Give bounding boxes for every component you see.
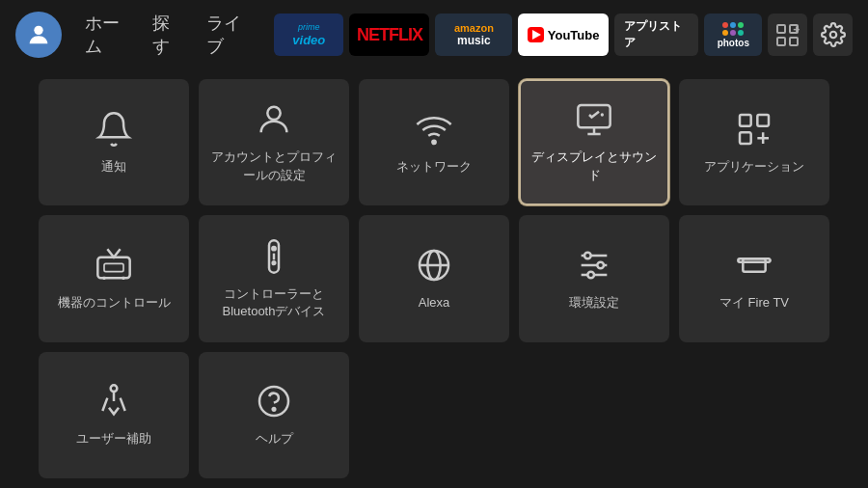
fire-tv-icon [735, 246, 773, 285]
tile-network-label: ネットワーク [396, 158, 472, 176]
help-icon [255, 382, 293, 420]
app-appstore[interactable]: アプリストア [614, 14, 698, 56]
svg-point-3 [432, 140, 435, 143]
tile-my-fire-tv-label: マイ Fire TV [719, 294, 789, 312]
tile-controller-label: コントローラーとBluetoothデバイス [208, 285, 339, 320]
svg-rect-5 [740, 115, 751, 126]
app-youtube[interactable]: YouTube [518, 14, 609, 56]
svg-point-0 [34, 26, 42, 35]
tile-help[interactable]: ヘルプ [199, 352, 349, 478]
app-prime-video[interactable]: prime video [274, 14, 343, 56]
app-netflix[interactable]: NETFLIX [349, 14, 429, 56]
empty-cell-1 [359, 352, 509, 478]
svg-rect-8 [97, 258, 129, 279]
tile-notifications-label: 通知 [101, 158, 126, 176]
empty-cell-2 [519, 352, 669, 478]
tile-alexa[interactable]: Alexa [359, 215, 509, 341]
svg-point-11 [272, 247, 275, 250]
tile-alexa-label: Alexa [419, 294, 450, 312]
tile-display-sound[interactable]: ディスプレイとサウンド [519, 79, 669, 205]
settings-button[interactable] [813, 14, 853, 56]
settings-grid: 通知 アカウントとプロフィールの設定 ネットワーク [0, 69, 868, 488]
svg-point-22 [587, 272, 594, 279]
svg-point-1 [829, 32, 836, 39]
tile-controller[interactable]: コントローラーとBluetoothデバイス [199, 215, 349, 341]
nav-live[interactable]: ライブ [195, 6, 258, 64]
tile-my-fire-tv[interactable]: マイ Fire TV [679, 215, 829, 341]
header: ホーム 探す ライブ prime video NETFLIX amazon mu… [0, 0, 868, 69]
svg-point-20 [584, 253, 591, 259]
photos-dots-icon [722, 22, 744, 36]
tile-preferences[interactable]: 環境設定 [519, 215, 669, 341]
tile-accessibility[interactable]: ユーザー補助 [39, 352, 189, 478]
tile-device-control-label: 機器のコントロール [58, 294, 171, 312]
applications-icon [735, 110, 773, 149]
grid-icon: + [776, 24, 799, 46]
app-icons-bar: prime video NETFLIX amazon music YouTube… [274, 14, 853, 56]
tile-help-label: ヘルプ [256, 430, 293, 447]
app-amazon-music[interactable]: amazon music [435, 14, 512, 56]
tile-display-sound-label: ディスプレイとサウンド [530, 149, 658, 183]
display-sound-icon [575, 100, 613, 139]
tile-applications-label: アプリケーション [704, 158, 804, 176]
tile-account[interactable]: アカウントとプロフィールの設定 [199, 79, 349, 205]
youtube-icon [528, 27, 543, 42]
nav-explore[interactable]: 探す [141, 6, 191, 64]
tile-device-control[interactable]: 機器のコントロール [39, 215, 189, 341]
nav-home[interactable]: ホーム [73, 6, 137, 64]
gear-icon [821, 22, 846, 47]
tile-accessibility-label: ユーザー補助 [76, 430, 151, 447]
alexa-icon [415, 246, 453, 285]
tv-icon [95, 246, 133, 285]
apps-grid-button[interactable]: + [768, 14, 807, 56]
svg-point-27 [273, 408, 276, 411]
svg-point-25 [111, 386, 118, 393]
person-icon [25, 21, 52, 48]
bell-icon [95, 110, 133, 149]
account-icon [255, 100, 293, 139]
remote-icon [255, 237, 293, 276]
app-photos[interactable]: photos [704, 14, 762, 56]
wifi-icon [415, 110, 453, 149]
sliders-icon [575, 246, 613, 285]
empty-cell-3 [679, 352, 829, 478]
svg-rect-6 [757, 115, 769, 126]
user-avatar[interactable] [15, 12, 62, 58]
nav-bar: ホーム 探す ライブ [73, 6, 258, 64]
svg-rect-9 [104, 263, 123, 271]
tile-notifications[interactable]: 通知 [39, 79, 189, 205]
tile-applications[interactable]: アプリケーション [679, 79, 829, 205]
svg-point-13 [273, 261, 276, 264]
svg-point-2 [267, 107, 280, 120]
svg-rect-24 [743, 258, 765, 271]
svg-point-21 [597, 262, 604, 269]
accessibility-icon [95, 382, 133, 420]
tile-network[interactable]: ネットワーク [359, 79, 509, 205]
tile-preferences-label: 環境設定 [569, 294, 619, 312]
svg-rect-7 [740, 132, 751, 144]
tile-account-label: アカウントとプロフィールの設定 [208, 149, 339, 183]
